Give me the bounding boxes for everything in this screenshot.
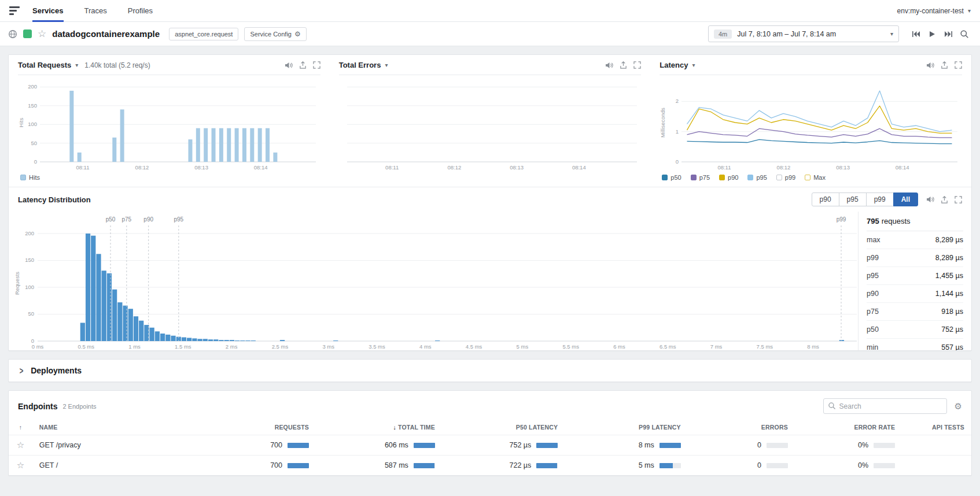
svg-text:1: 1 <box>676 128 679 135</box>
menu-icon[interactable] <box>9 6 20 15</box>
fullscreen-icon[interactable] <box>633 61 641 69</box>
svg-text:2 ms: 2 ms <box>226 343 238 350</box>
tab-traces[interactable]: Traces <box>84 0 107 22</box>
total-time-value: 606 ms <box>385 441 408 449</box>
api-tests-cell <box>902 435 971 456</box>
search-input[interactable] <box>823 398 947 414</box>
favorite-star-icon[interactable]: ☆ <box>17 460 24 470</box>
stat-value: 918 µs <box>941 308 963 316</box>
operation-badge[interactable]: aspnet_core.request <box>169 28 238 40</box>
latency-distribution-chart[interactable]: 0501001502000 ms0.5 ms1 ms1.5 ms2 ms2.5 … <box>9 212 858 350</box>
total-requests-header: Total Requests ▾ 1.40k total (5.2 req/s) <box>18 61 320 75</box>
total-errors-panel: Total Errors ▾ 08:1108:1208:1308:14 <box>330 55 651 187</box>
service-config-label: Service Config <box>250 31 292 38</box>
service-config-button[interactable]: Service Config ⚙ <box>244 27 306 41</box>
chevron-down-icon[interactable]: ▾ <box>75 62 78 68</box>
endpoints-search <box>823 398 947 414</box>
requests-bar <box>288 463 309 468</box>
stat-row-min: min557 µs <box>867 339 963 350</box>
legend-item-p95[interactable]: p95 <box>747 174 767 181</box>
column-p50-latency[interactable]: P50 LATENCY <box>442 420 565 435</box>
play-button[interactable] <box>924 27 940 42</box>
fullscreen-icon[interactable] <box>955 196 962 203</box>
stat-label: p95 <box>867 272 879 280</box>
speaker-icon[interactable] <box>926 196 934 203</box>
chevron-down-icon[interactable]: ▾ <box>385 62 388 68</box>
favorite-star-icon[interactable]: ☆ <box>17 440 24 450</box>
latency-title[interactable]: Latency <box>660 61 688 69</box>
globe-icon <box>8 29 17 39</box>
column-p99-latency[interactable]: P99 LATENCY <box>565 420 687 435</box>
fullscreen-icon[interactable] <box>313 61 320 69</box>
column-errors[interactable]: ERRORS <box>688 420 795 435</box>
svg-text:08:14: 08:14 <box>896 164 909 171</box>
svg-text:08:12: 08:12 <box>135 164 149 171</box>
latency-chart[interactable]: 01208:1108:1208:1308:14Milliseconds <box>660 79 962 171</box>
svg-text:50: 50 <box>28 310 34 317</box>
chevron-down-icon[interactable]: ▾ <box>692 62 695 68</box>
gear-icon: ⚙ <box>294 30 301 38</box>
svg-text:150: 150 <box>28 102 37 109</box>
svg-text:08:13: 08:13 <box>510 164 524 171</box>
error-rate-bar <box>874 443 895 448</box>
total-requests-summary: 1.40k total (5.2 req/s) <box>84 61 150 69</box>
svg-text:150: 150 <box>25 257 34 263</box>
svg-text:p50: p50 <box>106 216 116 223</box>
chevron-right-icon: > <box>20 365 24 376</box>
skip-back-button[interactable] <box>908 27 923 42</box>
all-button[interactable]: All <box>893 193 918 206</box>
p95-button[interactable]: p95 <box>839 193 867 206</box>
total-errors-chart[interactable]: 08:1108:1208:1308:14 <box>339 79 642 171</box>
speaker-icon[interactable] <box>605 62 613 69</box>
svg-text:p99: p99 <box>837 216 846 223</box>
stat-value: 8,289 µs <box>935 236 963 244</box>
latency-panel: Latency ▾ 01208:1108:1208:1308:14Millise… <box>650 55 971 187</box>
env-selector[interactable]: env:my-container-test ▾ <box>897 7 971 15</box>
p99-button[interactable]: p99 <box>866 193 894 206</box>
export-icon[interactable] <box>941 61 948 69</box>
legend-item-p99[interactable]: p99 <box>776 174 795 181</box>
legend-item-p90[interactable]: p90 <box>719 174 738 181</box>
svg-text:p75: p75 <box>121 216 131 223</box>
speaker-icon[interactable] <box>285 62 293 69</box>
time-range-selector[interactable]: 4m Jul 7, 8:10 am – Jul 7, 8:14 am ▾ <box>708 25 899 42</box>
export-icon[interactable] <box>941 196 948 203</box>
tab-profiles[interactable]: Profiles <box>128 0 153 22</box>
column-total-time[interactable]: ↓TOTAL TIME <box>316 420 442 435</box>
column-api-tests[interactable]: API TESTS <box>902 420 971 435</box>
stat-value: 1,455 µs <box>935 272 963 280</box>
legend-label: p50 <box>670 174 681 181</box>
p90-button[interactable]: p90 <box>812 193 839 206</box>
skip-forward-button[interactable] <box>941 27 956 42</box>
total-requests-title[interactable]: Total Requests <box>18 61 71 69</box>
tab-services[interactable]: Services <box>32 0 64 22</box>
legend-item-p50[interactable]: p50 <box>662 174 681 181</box>
column-error-rate[interactable]: ERROR RATE <box>795 420 902 435</box>
fullscreen-icon[interactable] <box>955 61 962 69</box>
legend-item-max[interactable]: Max <box>805 174 826 181</box>
favorite-star-icon[interactable]: ☆ <box>38 29 46 39</box>
endpoint-link[interactable]: GET /privacy <box>39 441 81 449</box>
zoom-search-icon[interactable] <box>957 27 972 42</box>
svg-text:Requests: Requests <box>14 272 20 295</box>
endpoints-count: 2 Endpoints <box>62 403 96 410</box>
table-settings-gear-icon[interactable]: ⚙ <box>955 401 962 412</box>
deployments-section[interactable]: > Deployments <box>8 359 972 382</box>
requests-count-suffix: requests <box>882 217 911 225</box>
speaker-icon[interactable] <box>926 62 934 69</box>
total-requests-chart[interactable]: 05010015020008:1108:1208:1308:14Hits <box>18 79 320 171</box>
api-tests-cell <box>902 456 971 476</box>
export-icon[interactable] <box>299 61 307 69</box>
svg-text:7 ms: 7 ms <box>710 343 723 350</box>
column-requests[interactable]: REQUESTS <box>234 420 316 435</box>
export-icon[interactable] <box>620 61 627 69</box>
endpoint-link[interactable]: GET / <box>39 461 58 469</box>
duration-tag: 4m <box>714 29 732 39</box>
total-time-bar <box>414 463 435 468</box>
sort-asc-icon[interactable]: ↑ <box>19 424 22 431</box>
legend-item-hits[interactable]: Hits <box>20 174 40 181</box>
column-name[interactable]: NAME <box>32 420 234 435</box>
service-status-indicator <box>23 29 32 38</box>
legend-item-p75[interactable]: p75 <box>691 174 710 181</box>
total-errors-title[interactable]: Total Errors <box>339 61 381 69</box>
